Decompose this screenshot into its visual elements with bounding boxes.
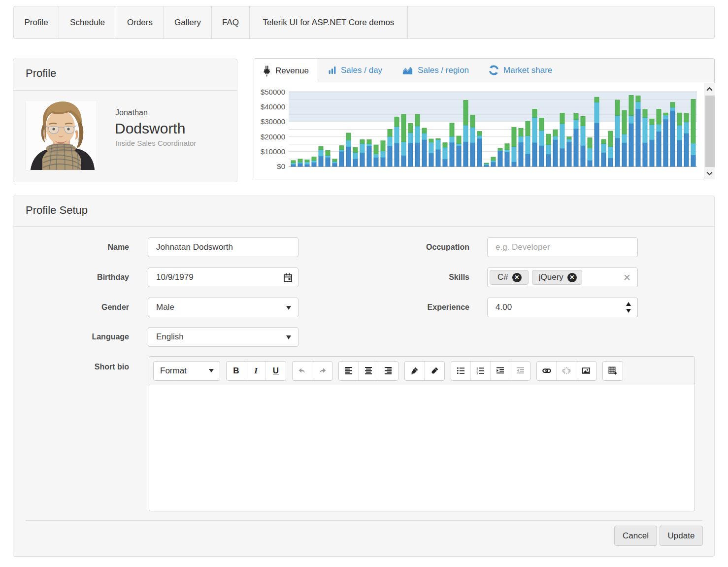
svg-text:$20000: $20000 <box>261 133 285 141</box>
svg-text:$50000: $50000 <box>261 88 285 96</box>
svg-text:$40000: $40000 <box>261 102 285 111</box>
svg-text:3: 3 <box>476 372 478 375</box>
svg-text:$0: $0 <box>277 162 285 170</box>
svg-text:$30000: $30000 <box>261 117 285 126</box>
svg-text:$10000: $10000 <box>261 147 285 156</box>
